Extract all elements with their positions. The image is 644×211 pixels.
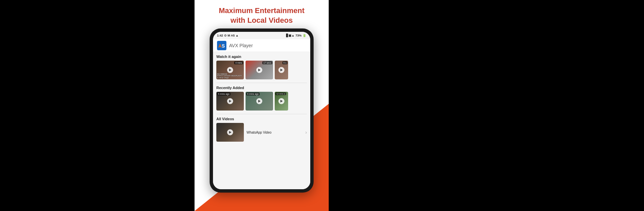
duration-badge-3: 9 s [282,61,287,64]
play-icon-7 [229,131,231,134]
right-panel [329,0,644,211]
watch-again-video-2[interactable]: 17 secs [246,61,273,79]
all-videos-title: All Videos [216,117,307,121]
play-icon-5 [258,100,261,102]
left-panel [0,0,195,211]
time-badge-5: 6 mins ago [246,92,260,95]
phone-mockup: 1:42 ⊙ M A5 ▲ ▊▣▲ 73% 🔋 A S [210,28,314,193]
recently-added-video-2[interactable]: 6 mins ago [246,92,273,111]
battery-icon: 🔋 [303,34,306,37]
recently-added-video-1[interactable]: 6 mins ago [216,92,244,111]
headline-line2: with Local Videos [219,16,305,25]
watch-again-video-3[interactable]: 9 s [275,61,288,79]
battery-pct: 73% [296,34,302,37]
recently-added-title: Recently Added [216,86,307,90]
divider-1 [216,83,307,83]
play-button-1[interactable] [227,67,233,73]
svg-text:S: S [222,43,225,49]
app-name: AVX Player [229,43,253,48]
play-button-5[interactable] [256,98,262,104]
play-icon-3 [280,69,283,71]
divider-2 [216,114,307,114]
time-badge-6: 12 mins a [275,92,286,95]
video-arrow-1[interactable]: › [305,130,307,135]
all-videos-row[interactable]: WhatsApp Video › [216,123,307,142]
play-icon-6 [280,100,283,102]
watch-again-title: Watch it again [216,55,307,59]
status-left: 1:42 ⊙ M A5 ▲ [217,34,238,37]
headline-line1: Maximum Entertainment [219,6,305,16]
video-info-1: WhatsApp Video [247,131,303,134]
duration-badge-1: 4 mins [234,61,243,64]
play-button-4[interactable] [227,98,233,104]
play-button-2[interactable] [256,67,262,73]
svg-text:A: A [218,43,222,49]
play-icon-4 [229,100,231,102]
all-video-thumb-1[interactable] [216,123,244,142]
play-button-7[interactable] [227,129,233,135]
status-right: ▊▣▲ 73% 🔋 [286,34,306,37]
app-content[interactable]: Watch it again RECOMMEND BYPASS SURGERY … [213,52,310,189]
app-header: A S AVX Player [213,39,310,52]
app-logo: A S [217,41,226,50]
thumb-text-1: RECOMMEND BYPASS SURGERY ANGIOPLASTY Dr.… [217,73,243,79]
watch-again-video-1[interactable]: RECOMMEND BYPASS SURGERY ANGIOPLASTY Dr.… [216,61,244,79]
time-badge-4: 6 mins ago [217,92,230,95]
play-button-6[interactable] [278,98,284,104]
recently-added-video-3[interactable]: 12 mins a [275,92,288,111]
play-icon-2 [258,69,261,71]
video-name-1: WhatsApp Video [247,131,303,134]
watch-again-row: RECOMMEND BYPASS SURGERY ANGIOPLASTY Dr.… [216,61,307,79]
time: 1:42 [217,34,223,37]
signal-icon: ▊▣▲ [286,34,294,37]
recently-added-row: 6 mins ago 6 mins ago 12 min [216,92,307,111]
center-panel: Maximum Entertainment with Local Videos … [195,0,329,211]
avx-logo-svg: A S [217,41,226,50]
play-button-3[interactable] [278,67,284,73]
phone-screen: 1:42 ⊙ M A5 ▲ ▊▣▲ 73% 🔋 A S [213,32,310,189]
play-icon-1 [229,69,231,71]
status-icons: ⊙ M A5 ▲ [224,34,238,37]
headline: Maximum Entertainment with Local Videos [212,0,311,28]
status-bar: 1:42 ⊙ M A5 ▲ ▊▣▲ 73% 🔋 [213,32,310,39]
duration-badge-2: 17 secs [262,61,272,64]
